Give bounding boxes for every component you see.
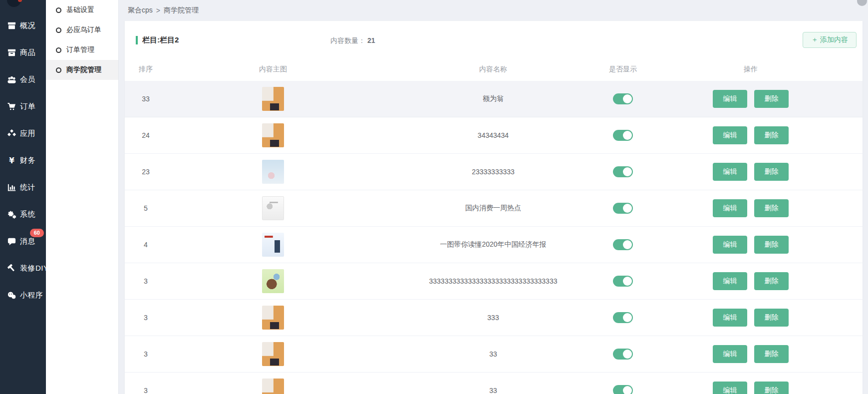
content-thumbnail [262, 196, 284, 220]
sidebar-item-会员[interactable]: 会员 [0, 66, 46, 93]
breadcrumb: 聚合cps > 商学院管理 [119, 0, 868, 21]
gears-icon [6, 209, 16, 219]
delete-button[interactable]: 删除 [754, 236, 789, 254]
content-thumbnail [262, 306, 284, 330]
table-row: 3 333333333333333333333333333333333 编辑 删… [125, 263, 863, 300]
edit-button[interactable]: 编辑 [713, 382, 747, 394]
primary-nav: 概况 商品 会员 订单 应用 ¥ 财务 统计 系统 消息 60 装修DIY 小程… [0, 0, 46, 309]
content-thumbnail [262, 160, 284, 184]
delete-button[interactable]: 删除 [754, 199, 789, 217]
visibility-toggle[interactable] [613, 349, 633, 360]
sidebar-item-概况[interactable]: 概况 [0, 12, 46, 39]
circle-icon [56, 7, 61, 13]
edit-button[interactable]: 编辑 [713, 309, 747, 327]
sort-value: 3 [125, 277, 167, 285]
toggle-knob [623, 167, 632, 176]
users-icon [6, 74, 16, 84]
table-body: 33 额为翁 编辑 删除 24 34343434 编辑 删除 23 233333… [125, 81, 863, 394]
sidebar-item-商品[interactable]: 商品 [0, 39, 46, 66]
content-thumbnail [262, 233, 284, 257]
table-row: 5 国内消费一周热点 编辑 删除 [125, 190, 863, 227]
sidebar-item-统计[interactable]: 统计 [0, 174, 46, 201]
toggle-knob [623, 350, 632, 359]
circle-icon [56, 27, 61, 33]
sidebar-item-系统[interactable]: 系统 [0, 201, 46, 228]
visibility-toggle[interactable] [613, 385, 633, 394]
visibility-toggle[interactable] [613, 166, 633, 177]
content-name: 34343434 [379, 131, 607, 139]
edit-button[interactable]: 编辑 [713, 345, 747, 363]
toggle-knob [623, 277, 632, 286]
sidebar-item-消息[interactable]: 消息 60 [0, 228, 46, 255]
visibility-toggle[interactable] [613, 312, 633, 323]
visibility-toggle[interactable] [613, 203, 633, 214]
sort-value: 3 [125, 387, 167, 394]
sort-value: 4 [125, 241, 167, 249]
edit-button[interactable]: 编辑 [713, 272, 747, 290]
column-header-actions: 操作 [639, 65, 863, 74]
visibility-toggle[interactable] [613, 276, 633, 287]
breadcrumb-separator: > [156, 6, 160, 14]
secondary-menu: 基础设置 必应鸟订单 订单管理 商学院管理 [46, 0, 119, 394]
toggle-knob [623, 313, 632, 322]
submenu-item-订单管理[interactable]: 订单管理 [46, 40, 118, 60]
add-content-button[interactable]: ＋ 添加内容 [803, 32, 857, 48]
content-count-value: 21 [367, 36, 375, 44]
hammer-icon [6, 263, 16, 273]
sidebar-item-财务[interactable]: ¥ 财务 [0, 147, 46, 174]
edit-button[interactable]: 编辑 [713, 163, 747, 181]
delete-button[interactable]: 删除 [754, 163, 789, 181]
delete-button[interactable]: 删除 [754, 382, 789, 394]
content-name: 33 [379, 350, 607, 358]
cart-icon [6, 101, 16, 111]
main-area: 聚合cps > 商学院管理 栏目:栏目2 内容数量：21 ＋ 添加内容 排序 内… [119, 0, 868, 394]
column-header-thumbnail: 内容主图 [167, 65, 379, 74]
circle-icon [56, 67, 61, 73]
column-header-name: 内容名称 [379, 65, 607, 74]
delete-button[interactable]: 删除 [754, 345, 789, 363]
content-name: 33 [379, 387, 607, 394]
content-thumbnail [262, 123, 284, 147]
edit-button[interactable]: 编辑 [713, 126, 747, 144]
sidebar-item-装修DIY[interactable]: 装修DIY [0, 255, 46, 282]
sidebar-item-订单[interactable]: 订单 [0, 93, 46, 120]
table-row: 3 333 编辑 删除 [125, 300, 863, 336]
content-name: 23333333333 [379, 168, 607, 176]
wechat-icon [6, 290, 16, 300]
table-row: 33 额为翁 编辑 删除 [125, 81, 863, 117]
delete-button[interactable]: 删除 [754, 272, 789, 290]
sort-value: 3 [125, 350, 167, 358]
table-row: 3 33 编辑 删除 [125, 373, 863, 394]
panel-title-text: 栏目:栏目2 [142, 35, 179, 45]
table-row: 23 23333333333 编辑 删除 [125, 154, 863, 190]
archive-box-icon [6, 20, 16, 30]
sort-value: 33 [125, 95, 167, 103]
breadcrumb-current: 商学院管理 [164, 6, 199, 15]
delete-button[interactable]: 删除 [754, 309, 789, 327]
svg-text:¥: ¥ [9, 156, 14, 165]
submenu-item-基础设置[interactable]: 基础设置 [46, 0, 118, 20]
submenu-item-必应鸟订单[interactable]: 必应鸟订单 [46, 20, 118, 40]
edit-button[interactable]: 编辑 [713, 199, 747, 217]
toggle-knob [623, 94, 632, 103]
visibility-toggle[interactable] [613, 239, 633, 250]
sort-value: 5 [125, 204, 167, 212]
delete-button[interactable]: 删除 [754, 126, 789, 144]
sidebar-item-应用[interactable]: 应用 [0, 120, 46, 147]
notification-badge: 60 [30, 229, 44, 237]
bar-chart-icon [6, 182, 16, 192]
edit-button[interactable]: 编辑 [713, 90, 747, 108]
delete-button[interactable]: 删除 [754, 90, 789, 108]
visibility-toggle[interactable] [613, 93, 633, 104]
table-row: 24 34343434 编辑 删除 [125, 117, 863, 154]
breadcrumb-root[interactable]: 聚合cps [128, 6, 153, 15]
apps-cubes-icon [6, 128, 16, 138]
sidebar-item-小程序[interactable]: 小程序 [0, 282, 46, 309]
sort-value: 24 [125, 131, 167, 139]
submenu-item-商学院管理[interactable]: 商学院管理 [46, 60, 118, 80]
sort-value: 23 [125, 168, 167, 176]
table-row: 3 33 编辑 删除 [125, 336, 863, 373]
edit-button[interactable]: 编辑 [713, 236, 747, 254]
visibility-toggle[interactable] [613, 130, 633, 141]
toggle-knob [623, 131, 632, 140]
